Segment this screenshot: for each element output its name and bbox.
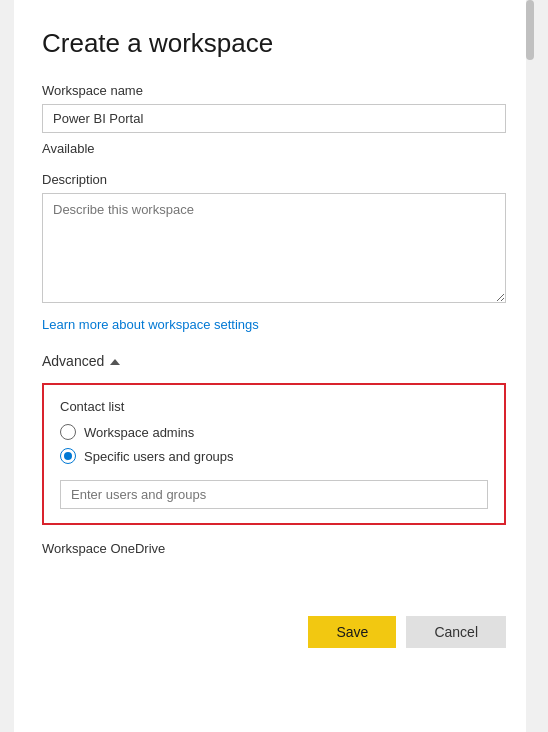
page-title: Create a workspace: [42, 28, 506, 59]
cancel-button[interactable]: Cancel: [406, 616, 506, 648]
description-textarea[interactable]: [42, 193, 506, 303]
advanced-toggle[interactable]: Advanced: [42, 353, 506, 369]
learn-more-link[interactable]: Learn more about workspace settings: [42, 317, 259, 332]
workspace-name-label: Workspace name: [42, 83, 506, 98]
radio-option-admins[interactable]: Workspace admins: [60, 424, 488, 440]
users-groups-input[interactable]: [60, 480, 488, 509]
radio-admins-label: Workspace admins: [84, 425, 194, 440]
onedrive-section: Workspace OneDrive: [42, 541, 506, 556]
description-label: Description: [42, 172, 506, 187]
workspace-name-input[interactable]: [42, 104, 506, 133]
radio-specific-label: Specific users and groups: [84, 449, 234, 464]
radio-admins[interactable]: [60, 424, 76, 440]
save-button[interactable]: Save: [308, 616, 396, 648]
scrollbar-track[interactable]: [526, 0, 534, 732]
advanced-section: Advanced Contact list Workspace admins S…: [42, 353, 506, 556]
available-status: Available: [42, 141, 506, 156]
contact-list-title: Contact list: [60, 399, 488, 414]
footer-buttons: Save Cancel: [42, 616, 506, 658]
radio-option-specific[interactable]: Specific users and groups: [60, 448, 488, 464]
description-section: Description: [42, 172, 506, 307]
contact-list-box: Contact list Workspace admins Specific u…: [42, 383, 506, 525]
chevron-up-icon: [110, 359, 120, 365]
workspace-name-section: Workspace name: [42, 83, 506, 133]
scrollbar-thumb[interactable]: [526, 0, 534, 60]
onedrive-label: Workspace OneDrive: [42, 541, 506, 556]
radio-specific[interactable]: [60, 448, 76, 464]
create-workspace-panel: Create a workspace Workspace name Availa…: [14, 0, 534, 732]
advanced-label: Advanced: [42, 353, 104, 369]
